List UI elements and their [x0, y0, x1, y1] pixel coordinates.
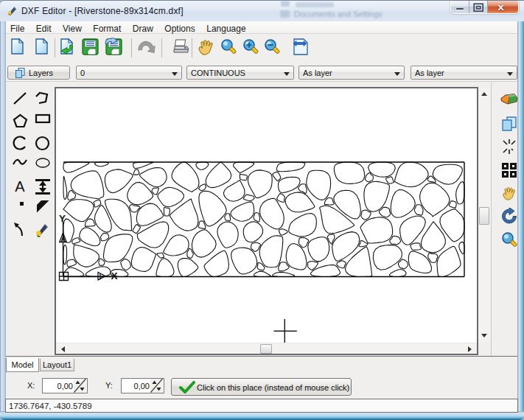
svg-text:X: X — [111, 270, 118, 281]
svg-text:A: A — [15, 178, 25, 193]
svg-text:Y: Y — [59, 213, 66, 224]
